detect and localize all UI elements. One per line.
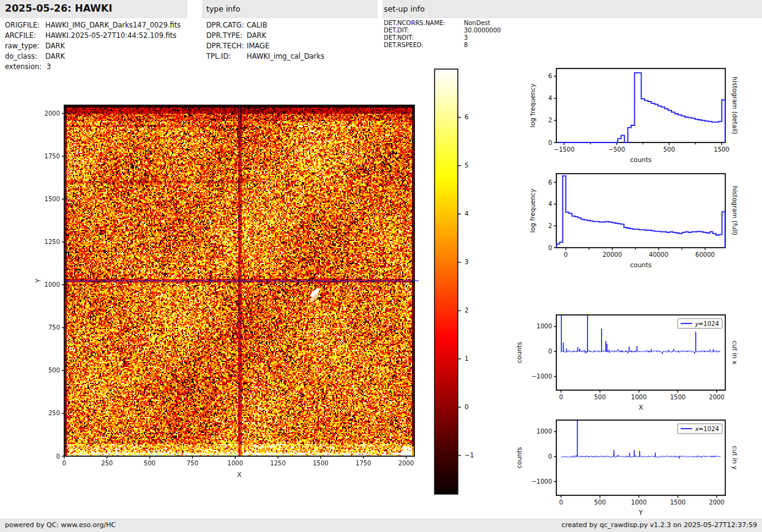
cut-in-x-svg: 0500100015002000−100001000y=1024Xcountsc…	[514, 305, 747, 418]
svg-text:1000: 1000	[537, 323, 552, 330]
svg-text:1500: 1500	[670, 499, 685, 506]
header-setup-info-bar: set-up info	[383, 0, 762, 18]
meta-value: DARK	[45, 52, 65, 61]
svg-text:2000: 2000	[709, 499, 724, 506]
type-info-block: DPR.CATG:CALIB DPR.TYPE:DARK DPR.TECH:IM…	[206, 21, 324, 62]
svg-text:counts: counts	[630, 261, 651, 268]
meta-row-origfile: ORIGFILE:HAWKI_IMG_DARK_Darks147_0029.fi…	[5, 21, 181, 31]
svg-text:3: 3	[465, 258, 469, 265]
svg-text:500: 500	[594, 394, 606, 401]
svg-text:6: 6	[465, 113, 469, 120]
meta-value: CALIB	[247, 21, 267, 29]
meta-row-dpr-type: DPR.TYPE:DARK	[206, 31, 324, 42]
svg-text:500: 500	[663, 146, 675, 153]
svg-text:histogram (full): histogram (full)	[731, 186, 739, 235]
svg-text:Y: Y	[34, 278, 42, 283]
svg-text:60000: 60000	[695, 251, 715, 258]
svg-text:500: 500	[594, 499, 606, 506]
svg-text:1500: 1500	[670, 394, 685, 401]
svg-text:0: 0	[465, 403, 469, 410]
setup-info-heading: set-up info	[384, 4, 425, 13]
svg-text:0: 0	[564, 251, 567, 258]
meta-label: TPL.ID:	[206, 52, 247, 61]
svg-text:cut in x: cut in x	[731, 341, 739, 364]
main-image-axes: 0250500750100012501500175020000250500750…	[24, 92, 428, 492]
svg-text:20000: 20000	[602, 251, 622, 258]
svg-text:2000: 2000	[45, 110, 60, 117]
svg-text:log frequency: log frequency	[529, 83, 536, 127]
svg-text:1000: 1000	[631, 394, 646, 401]
svg-text:Y: Y	[638, 509, 643, 516]
svg-text:2000: 2000	[709, 394, 724, 401]
header-title-bar: 2025-05-26: HAWKI	[0, 0, 187, 18]
svg-text:0: 0	[559, 499, 562, 506]
histogram-full-svg: 02000040000600000246countslog frequencyh…	[514, 163, 747, 275]
svg-text:cut in y: cut in y	[731, 446, 739, 470]
svg-text:1750: 1750	[45, 153, 60, 160]
cut-in-y-svg: 0500100015002000−100001000x=1024Ycountsc…	[514, 410, 747, 519]
svg-text:1000: 1000	[45, 281, 60, 288]
meta-label: DPR.TYPE:	[206, 31, 247, 40]
svg-text:250: 250	[48, 410, 60, 416]
svg-text:counts: counts	[515, 342, 523, 363]
svg-text:1250: 1250	[270, 460, 285, 467]
colorbar-axes-svg: 6543210−1	[428, 61, 490, 498]
svg-text:1000: 1000	[228, 460, 243, 467]
svg-text:0: 0	[559, 394, 562, 401]
qc-report-page: 2025-05-26: HAWKI type info set-up info …	[0, 0, 762, 532]
page-title: 2025-05-26: HAWKI	[5, 2, 112, 14]
meta-label: DPR.TECH:	[206, 42, 247, 50]
meta-label: DET.NCORRS.NAME:	[384, 20, 464, 26]
meta-value: DARK	[247, 31, 266, 40]
meta-label: DPR.CATG:	[206, 21, 247, 29]
svg-text:counts: counts	[630, 156, 651, 163]
meta-value: 3	[464, 34, 468, 41]
svg-text:counts: counts	[515, 447, 523, 468]
svg-text:2: 2	[465, 306, 469, 314]
svg-text:log frequency: log frequency	[529, 188, 536, 232]
svg-text:500: 500	[144, 460, 155, 467]
meta-row-raw-type: raw_type:DARK	[5, 42, 181, 52]
svg-text:4: 4	[548, 201, 552, 207]
svg-text:y=1024: y=1024	[695, 320, 719, 328]
svg-text:X: X	[237, 471, 241, 478]
svg-text:−1000: −1000	[531, 478, 552, 485]
meta-value: DARK	[45, 42, 65, 50]
svg-text:40000: 40000	[649, 251, 668, 258]
svg-text:6: 6	[548, 73, 552, 79]
meta-label: extension:	[5, 62, 42, 71]
colorbar-axes: 6543210−1	[428, 61, 490, 498]
meta-value: IMAGE	[247, 42, 269, 50]
svg-text:1500: 1500	[714, 146, 729, 153]
footer-right-text: created by qc_rawdisp.py v1.2.3 on 2025-…	[561, 521, 757, 529]
svg-text:1500: 1500	[45, 196, 60, 202]
svg-text:−1500: −1500	[554, 146, 575, 153]
meta-value: HAWKI_img_cal_Darks	[247, 52, 324, 61]
svg-text:1000: 1000	[631, 499, 646, 506]
meta-value: HAWKI_IMG_DARK_Darks147_0029.fits	[45, 21, 181, 29]
svg-text:−1: −1	[465, 451, 474, 459]
svg-text:1250: 1250	[45, 238, 60, 245]
svg-text:750: 750	[187, 460, 198, 467]
meta-label: ORIGFILE:	[5, 21, 45, 29]
meta-label: DET.NDIT:	[384, 34, 464, 41]
svg-text:x=1024: x=1024	[695, 426, 719, 432]
footer-left-text: powered by QC: www.eso.org/HC	[5, 521, 116, 529]
svg-text:0: 0	[548, 245, 552, 251]
meta-row-extension: extension:3	[5, 62, 181, 73]
svg-text:6: 6	[548, 179, 552, 186]
svg-text:2: 2	[548, 117, 552, 124]
type-info-heading: type info	[206, 4, 240, 13]
svg-text:4: 4	[548, 95, 552, 102]
meta-row-ncorrs: DET.NCORRS.NAME:NonDest	[384, 20, 501, 27]
meta-row-dpr-tech: DPR.TECH:IMAGE	[206, 42, 324, 52]
cut-in-y-plot: 0500100015002000−100001000x=1024Ycountsc…	[514, 410, 747, 519]
meta-row-arcfile: ARCFILE:HAWKI.2025-05-27T10:44:52.109.fi…	[5, 31, 181, 42]
main-image-axes-svg: 0250500750100012501500175020000250500750…	[24, 92, 428, 492]
header-type-info-bar: type info	[202, 0, 378, 18]
meta-value: 3	[47, 62, 51, 71]
meta-row-do-class: do_class:DARK	[5, 52, 181, 62]
meta-row-dpr-catg: DPR.CATG:CALIB	[206, 21, 324, 31]
svg-text:4: 4	[465, 210, 469, 217]
svg-text:1500: 1500	[313, 460, 328, 467]
